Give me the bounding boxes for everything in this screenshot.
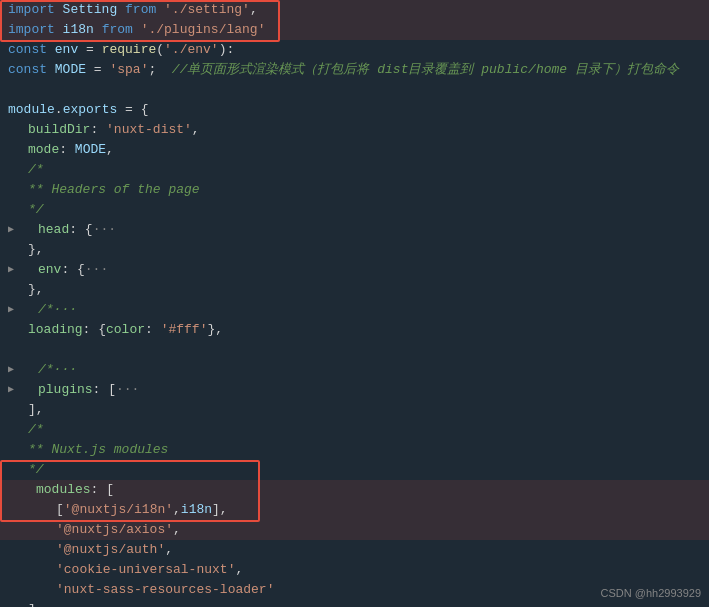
string: '@nuxtjs/axios' xyxy=(56,522,173,537)
comment: */ xyxy=(28,200,44,220)
punct: ; xyxy=(148,60,171,80)
property: modules xyxy=(36,482,91,497)
func: require xyxy=(102,40,157,60)
property: buildDir xyxy=(28,120,90,140)
prop: exports xyxy=(63,100,125,120)
punct: ], xyxy=(212,502,228,517)
var: Setting xyxy=(63,0,125,20)
property: color xyxy=(106,320,145,340)
code-line: ** Nuxt.js modules xyxy=(0,440,709,460)
property: env xyxy=(38,262,61,277)
code-line: const MODE = 'spa'; //单页面形式渲染模式（打包后将 dis… xyxy=(0,60,709,80)
comment: ** Headers of the page xyxy=(28,180,200,200)
code-line: '@nuxtjs/auth', xyxy=(0,540,709,560)
code-line: buildDir: 'nuxt-dist', xyxy=(0,120,709,140)
collapse-arrow: ▶ xyxy=(8,300,18,320)
punct: , xyxy=(173,522,181,537)
punct: : { xyxy=(83,320,106,340)
punct: : [ xyxy=(91,482,114,497)
comment: */ xyxy=(28,460,44,480)
code-line[interactable]: ▶head: {··· xyxy=(0,220,709,240)
collapse-arrow: ▶ xyxy=(8,360,18,380)
string: './setting' xyxy=(164,0,250,20)
keyword: from xyxy=(125,0,164,20)
keyword: import xyxy=(8,0,63,20)
code-line: modules: [ xyxy=(0,480,709,500)
collapse-arrow: ▶ xyxy=(8,220,18,240)
editor: import Setting from './setting', import … xyxy=(0,0,709,607)
var: env xyxy=(55,40,86,60)
punct: , xyxy=(192,120,200,140)
keyword: const xyxy=(8,60,55,80)
comment: ** Nuxt.js modules xyxy=(28,440,168,460)
string: '@nuxtjs/i18n' xyxy=(64,502,173,517)
code-line: ], xyxy=(0,400,709,420)
property: plugins xyxy=(38,382,93,397)
string: 'spa' xyxy=(109,60,148,80)
code-line: */ xyxy=(0,460,709,480)
code-line: ], xyxy=(0,600,709,607)
code-line: import Setting from './setting', xyxy=(0,0,709,20)
punct: = xyxy=(86,40,102,60)
code-line: ** Headers of the page xyxy=(0,180,709,200)
punct: }, xyxy=(28,280,44,300)
property: mode xyxy=(28,140,59,160)
punct: , xyxy=(165,542,173,557)
code-line: */ xyxy=(0,200,709,220)
punct: : { xyxy=(61,262,84,277)
punct: : xyxy=(59,140,75,160)
comment: /* xyxy=(28,160,44,180)
code-line[interactable]: ▶/*··· xyxy=(0,300,709,320)
punct: }, xyxy=(28,240,44,260)
punct: }, xyxy=(207,320,223,340)
code-line: /* xyxy=(0,160,709,180)
var: i18n xyxy=(63,20,102,40)
code-line[interactable]: ▶/*··· xyxy=(0,360,709,380)
punct: ( xyxy=(156,40,164,60)
collapse-arrow: ▶ xyxy=(8,260,18,280)
code-line: }, xyxy=(0,280,709,300)
code-line: import i18n from './plugins/lang' xyxy=(0,20,709,40)
ellipsis: ··· xyxy=(85,262,108,277)
code-line: }, xyxy=(0,240,709,260)
punct: ): xyxy=(219,40,235,60)
code-line[interactable]: ▶env: {··· xyxy=(0,260,709,280)
code-line xyxy=(0,340,709,360)
code-line: module.exports = { xyxy=(0,100,709,120)
keyword: import xyxy=(8,20,63,40)
punct: ], xyxy=(28,400,44,420)
property: loading xyxy=(28,320,83,340)
code-line: ['@nuxtjs/i18n',i18n], xyxy=(0,500,709,520)
code-line: mode: MODE, xyxy=(0,140,709,160)
collapse-arrow: ▶ xyxy=(8,380,18,400)
punct: = { xyxy=(125,100,148,120)
var: MODE xyxy=(55,60,94,80)
comment: //单页面形式渲染模式（打包后将 dist目录覆盖到 public/home 目… xyxy=(172,60,679,80)
code-line: loading: {color: '#fff'}, xyxy=(0,320,709,340)
keyword: const xyxy=(8,40,55,60)
property: head xyxy=(38,222,69,237)
keyword-from: from xyxy=(102,20,141,40)
punct: [ xyxy=(56,502,64,517)
ellipsis: ··· xyxy=(116,382,139,397)
comment: /*··· xyxy=(38,362,77,377)
punct: : xyxy=(90,120,106,140)
watermark: CSDN @hh2993929 xyxy=(601,587,701,599)
string: 'nuxt-dist' xyxy=(106,120,192,140)
code-line: /* xyxy=(0,420,709,440)
code-line xyxy=(0,80,709,100)
code-line: const env = require('./env'): xyxy=(0,40,709,60)
punct: . xyxy=(55,100,63,120)
var: i18n xyxy=(181,502,212,517)
var: module xyxy=(8,100,55,120)
code-line[interactable]: ▶plugins: [··· xyxy=(0,380,709,400)
code-line: '@nuxtjs/axios', xyxy=(0,520,709,540)
punct: : { xyxy=(69,222,92,237)
string: '#fff' xyxy=(161,320,208,340)
string: 'nuxt-sass-resources-loader' xyxy=(56,582,274,597)
string: './plugins/lang' xyxy=(141,20,266,40)
string: './env' xyxy=(164,40,219,60)
punct: , xyxy=(235,562,243,577)
code-line: 'cookie-universal-nuxt', xyxy=(0,560,709,580)
punct: ], xyxy=(28,600,44,607)
